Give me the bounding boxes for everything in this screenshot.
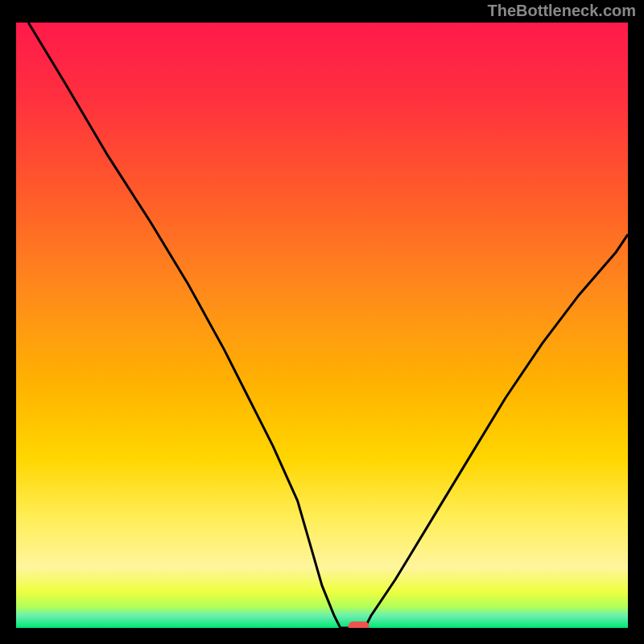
optimal-marker <box>349 621 369 628</box>
chart-svg <box>16 23 628 628</box>
gradient-background <box>16 23 628 628</box>
watermark-text: TheBottleneck.com <box>488 2 636 20</box>
plot-area <box>16 23 628 628</box>
chart-container: TheBottleneck.com <box>0 0 644 644</box>
